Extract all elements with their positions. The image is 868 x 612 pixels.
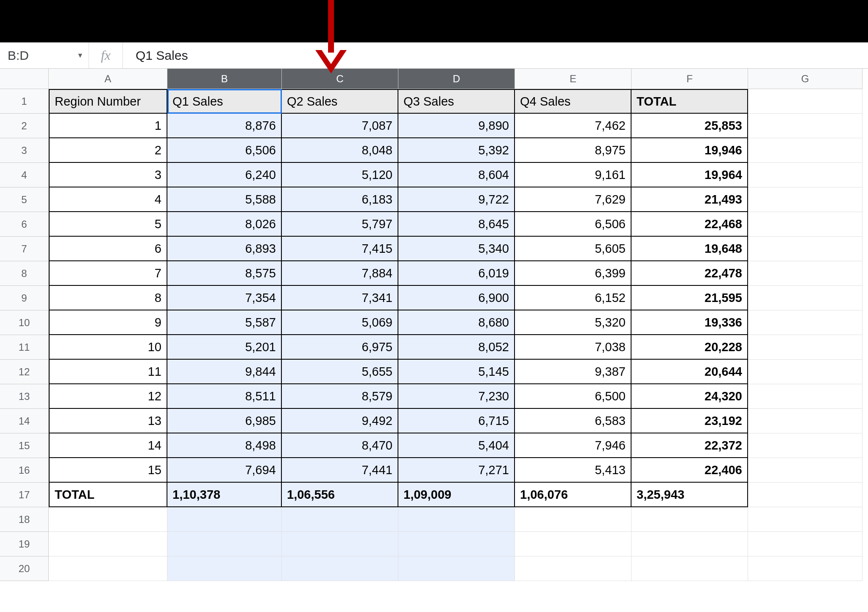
cell[interactable]: 1 <box>49 114 167 138</box>
cell[interactable]: 2 <box>49 138 167 163</box>
cell[interactable]: 6,506 <box>167 138 282 163</box>
cell[interactable]: 1,06,076 <box>515 483 632 507</box>
cell[interactable]: 10 <box>49 335 167 360</box>
cell[interactable]: 7,271 <box>398 458 515 483</box>
column-header-A[interactable]: A <box>49 69 167 89</box>
cell[interactable]: 6,900 <box>398 286 515 310</box>
cell[interactable]: 6,183 <box>282 187 398 212</box>
cell[interactable]: 5,588 <box>167 187 282 212</box>
row-header-5[interactable]: 5 <box>0 187 49 212</box>
cell[interactable] <box>167 507 282 532</box>
cell[interactable]: 5,413 <box>515 458 632 483</box>
cell[interactable] <box>282 507 398 532</box>
cell[interactable]: 1,06,556 <box>282 483 398 507</box>
cell[interactable] <box>398 556 515 581</box>
row-header-10[interactable]: 10 <box>0 310 49 335</box>
cell[interactable] <box>748 89 862 114</box>
cell[interactable]: 5,340 <box>398 237 515 261</box>
cell[interactable]: Region Number <box>49 89 167 114</box>
cell[interactable]: 13 <box>49 409 167 433</box>
cell[interactable]: 6,019 <box>398 261 515 286</box>
cell[interactable] <box>49 507 167 532</box>
cell[interactable] <box>748 532 862 556</box>
cell[interactable] <box>167 532 282 556</box>
cell[interactable] <box>748 187 862 212</box>
cell[interactable] <box>398 532 515 556</box>
cell[interactable]: 22,372 <box>632 433 748 458</box>
cell[interactable]: 8,876 <box>167 114 282 138</box>
cell[interactable] <box>748 138 862 163</box>
cell[interactable]: 5 <box>49 212 167 237</box>
cell[interactable]: 6,500 <box>515 384 632 409</box>
cell[interactable]: 8,645 <box>398 212 515 237</box>
cell[interactable]: 7,038 <box>515 335 632 360</box>
cell[interactable]: 19,336 <box>632 310 748 335</box>
cell[interactable]: 7,415 <box>282 237 398 261</box>
cell[interactable]: 5,797 <box>282 212 398 237</box>
cell[interactable]: 7,462 <box>515 114 632 138</box>
cell[interactable]: 5,587 <box>167 310 282 335</box>
cell[interactable] <box>282 556 398 581</box>
cell[interactable]: 20,644 <box>632 360 748 384</box>
cell[interactable] <box>748 286 862 310</box>
row-header-3[interactable]: 3 <box>0 138 49 163</box>
row-header-12[interactable]: 12 <box>0 360 49 384</box>
cell[interactable]: 6 <box>49 237 167 261</box>
cell[interactable]: 4 <box>49 187 167 212</box>
cell[interactable] <box>632 507 748 532</box>
cell[interactable] <box>748 114 862 138</box>
cell[interactable]: 11 <box>49 360 167 384</box>
select-all-corner[interactable] <box>0 69 49 89</box>
cell[interactable]: 9,492 <box>282 409 398 433</box>
cell[interactable] <box>748 556 862 581</box>
cell[interactable]: 23,192 <box>632 409 748 433</box>
row-header-15[interactable]: 15 <box>0 433 49 458</box>
cell[interactable]: 19,946 <box>632 138 748 163</box>
cell[interactable]: 24,320 <box>632 384 748 409</box>
cell[interactable]: 7,354 <box>167 286 282 310</box>
cell[interactable] <box>748 433 862 458</box>
name-box[interactable]: B:D ▼ <box>0 42 89 68</box>
cell[interactable]: Q2 Sales <box>282 89 398 114</box>
cell[interactable] <box>632 556 748 581</box>
cell[interactable] <box>748 409 862 433</box>
row-header-1[interactable]: 1 <box>0 89 49 114</box>
row-header-4[interactable]: 4 <box>0 163 49 187</box>
cell[interactable]: 19,964 <box>632 163 748 187</box>
cell[interactable] <box>748 458 862 483</box>
cell[interactable] <box>515 556 632 581</box>
cell[interactable]: 8,604 <box>398 163 515 187</box>
row-header-11[interactable]: 11 <box>0 335 49 360</box>
cell[interactable]: 8 <box>49 286 167 310</box>
cell[interactable]: 7,341 <box>282 286 398 310</box>
cell[interactable]: 5,404 <box>398 433 515 458</box>
cell[interactable]: 5,605 <box>515 237 632 261</box>
cell[interactable] <box>748 237 862 261</box>
row-header-9[interactable]: 9 <box>0 286 49 310</box>
cell[interactable]: 9,387 <box>515 360 632 384</box>
cell[interactable] <box>748 507 862 532</box>
cell[interactable]: 21,493 <box>632 187 748 212</box>
cell[interactable] <box>748 212 862 237</box>
cell[interactable] <box>282 532 398 556</box>
cell[interactable]: 25,853 <box>632 114 748 138</box>
cell[interactable]: 5,069 <box>282 310 398 335</box>
column-header-C[interactable]: C <box>282 69 398 89</box>
cell[interactable]: 8,975 <box>515 138 632 163</box>
cell[interactable]: 5,120 <box>282 163 398 187</box>
cell[interactable]: 6,985 <box>167 409 282 433</box>
cell[interactable]: 9,161 <box>515 163 632 187</box>
cell[interactable]: 6,975 <box>282 335 398 360</box>
cell[interactable]: TOTAL <box>49 483 167 507</box>
cell[interactable]: 22,478 <box>632 261 748 286</box>
cell[interactable]: 8,048 <box>282 138 398 163</box>
row-header-14[interactable]: 14 <box>0 409 49 433</box>
cell[interactable]: 8,052 <box>398 335 515 360</box>
cell[interactable] <box>515 532 632 556</box>
cell[interactable]: 6,240 <box>167 163 282 187</box>
cell[interactable]: 8,026 <box>167 212 282 237</box>
cell[interactable] <box>49 556 167 581</box>
cell[interactable]: 5,392 <box>398 138 515 163</box>
cell[interactable] <box>398 507 515 532</box>
cell[interactable]: 9 <box>49 310 167 335</box>
